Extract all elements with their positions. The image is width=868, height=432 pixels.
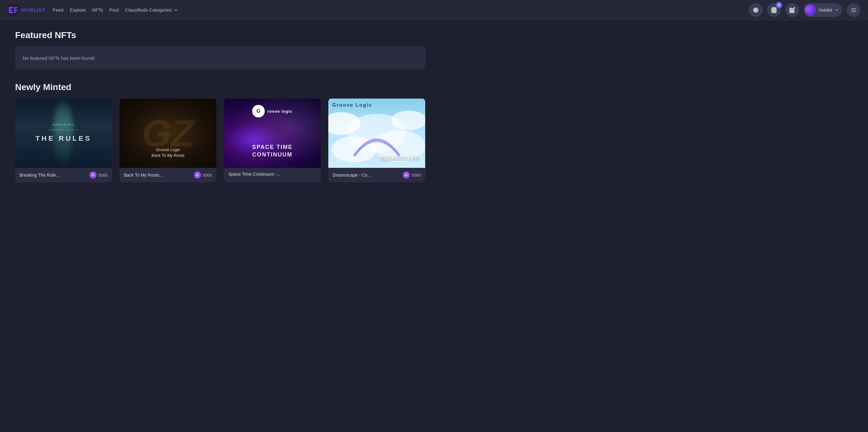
nft-card-4-title: Dreamscape - Co...: [333, 173, 371, 178]
nft-card-4-price: H 5000: [403, 172, 421, 178]
newly-minted-title: Newly Minted: [15, 82, 425, 92]
nft-card-3-footer: Space Time Continuum -...: [224, 168, 321, 180]
featured-empty-box: No featured NFTs has been found!: [15, 47, 425, 69]
nft-image-4: Groove Logic DREAMSCAPE: [328, 98, 425, 168]
nft-card-3[interactable]: G roove logic SPACE TIMECONTINUUM Space …: [224, 98, 321, 182]
nft-card-1-title: Breaking The Rule...: [20, 173, 59, 178]
nav-explore[interactable]: Explore: [70, 7, 86, 12]
nft-card-1-price-value: 5000: [98, 173, 107, 178]
navbar: HIVELIST Feed Explore NFTs Pool Classifi…: [0, 0, 868, 20]
nft-image-1: BREAKING GROOVE LOGIC THE RULES: [15, 98, 112, 168]
nft-image-2: Groove LogicBack To My Roots: [120, 98, 216, 168]
cart-badge: 0: [776, 2, 782, 8]
settings-button[interactable]: [749, 3, 763, 17]
hive-icon-2: H: [194, 172, 201, 178]
nft-card-4-price-value: 5000: [412, 173, 421, 178]
nft-image-1-text: BREAKING GROOVE LOGIC THE RULES: [35, 121, 92, 145]
main-content: Featured NFTs No featured NFTs has been …: [0, 20, 440, 192]
gear-icon: [752, 7, 759, 13]
svg-rect-6: [14, 8, 17, 9]
user-chevron-icon: [835, 8, 838, 12]
svg-rect-2: [9, 7, 13, 8]
nav-feed[interactable]: Feed: [53, 7, 64, 12]
nft-card-1[interactable]: BREAKING GROOVE LOGIC THE RULES Breaking…: [15, 98, 112, 182]
nft-img-4-groove-title: Groove Logic: [332, 102, 372, 108]
nft-card-2-title: Back To My Roots...: [124, 173, 163, 178]
nft-img-4-dreamscape: DREAMSCAPE: [380, 156, 419, 162]
nft-image-3: G roove logic SPACE TIMECONTINUUM: [224, 98, 321, 168]
groove-logo-label: roove logic: [267, 109, 292, 114]
nft-card-4[interactable]: Groove Logic DREAMSCAPE Dreamscape - Co.…: [328, 98, 425, 182]
menu-button[interactable]: [847, 3, 861, 17]
nft-card-2-price-value: 5000: [203, 173, 212, 178]
featured-title: Featured NFTs: [15, 30, 425, 40]
cart-icon: [771, 7, 777, 13]
nft-card-3-title: Space Time Continuum -...: [228, 172, 281, 177]
hive-icon-1: H: [90, 172, 97, 178]
nav-classifieds[interactable]: Classifieds Categories: [125, 7, 178, 12]
nft-card-4-footer: Dreamscape - Co... H 5000: [328, 168, 425, 182]
classifieds-label: Classifieds Categories: [125, 7, 172, 12]
edit-button[interactable]: [785, 3, 799, 17]
logo-link[interactable]: HIVELIST: [7, 4, 45, 16]
chevron-down-icon: [174, 8, 178, 12]
pencil-icon: [789, 7, 795, 13]
hive-icon-4: H: [403, 172, 410, 178]
svg-point-19: [391, 111, 425, 130]
nft-card-1-price: H 5000: [90, 172, 107, 178]
groove-logo-circle: G: [252, 105, 265, 117]
svg-rect-3: [9, 10, 12, 11]
nft-card-2-price: H 5000: [194, 172, 212, 178]
logo-text: HIVELIST: [21, 7, 45, 12]
nft-card-1-footer: Breaking The Rule... H 5000: [15, 168, 112, 182]
nav-nfts[interactable]: NFTs: [92, 7, 103, 12]
svg-rect-7: [14, 10, 18, 11]
nav-links: Feed Explore NFTs Pool Classifieds Categ…: [53, 7, 742, 12]
nft-image-2-text: Groove LogicBack To My Roots: [151, 147, 184, 159]
nft-card-2[interactable]: Groove LogicBack To My Roots Back To My …: [120, 98, 216, 182]
username-label: hivelist: [818, 7, 832, 12]
svg-rect-4: [9, 12, 13, 13]
nft-card-2-footer: Back To My Roots... H 5000: [120, 168, 216, 182]
avatar: [805, 4, 816, 16]
nav-pool[interactable]: Pool: [110, 7, 119, 12]
featured-empty-message: No featured NFTs has been found!: [23, 55, 95, 61]
nft-image-3-logo: G roove logic: [252, 105, 292, 117]
nft-image-3-text: SPACE TIMECONTINUUM: [252, 144, 293, 159]
cart-button[interactable]: 0: [767, 3, 781, 17]
hamburger-icon: [850, 7, 857, 13]
user-menu-button[interactable]: hivelist: [804, 3, 842, 17]
svg-rect-8: [14, 12, 17, 12]
svg-rect-5: [14, 7, 18, 8]
nav-right: 0 hivelist: [749, 3, 861, 17]
nft-grid: BREAKING GROOVE LOGIC THE RULES Breaking…: [15, 98, 425, 182]
